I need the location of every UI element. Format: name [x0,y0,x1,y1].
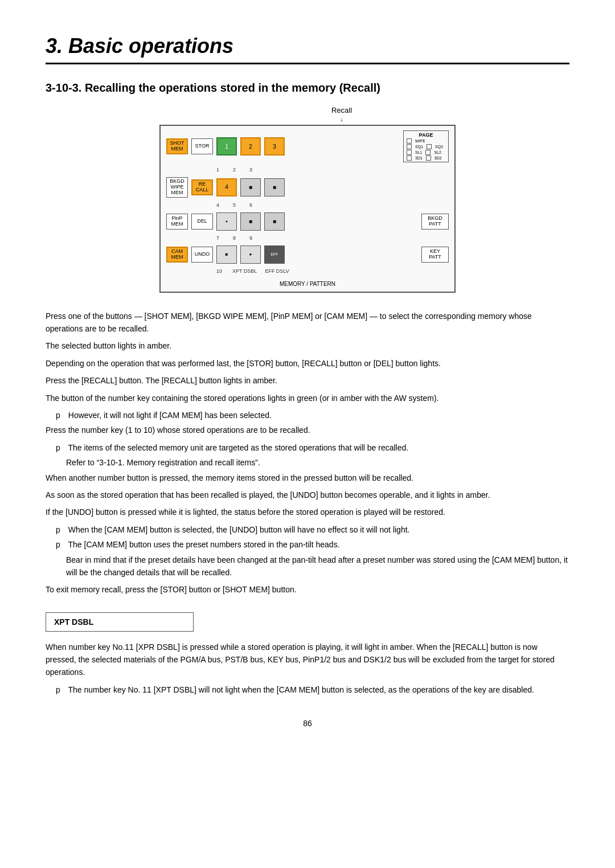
btn-7[interactable]: ▪ [216,212,237,231]
panel-diagram: SHOTMEM STOR 1 2 3 PAGE WIPE [159,125,456,293]
xpt-dsbl-box: XPT DSBL [46,612,194,632]
btn-3[interactable]: 3 [264,137,285,155]
num-labels-row3: 7 8 9 [166,235,449,241]
panel-row-4: CAMMEM UNDO ■ ● EFF KEYPATT [166,245,449,264]
btn-10[interactable]: ■ [216,245,237,264]
num-labels-row1: 1 2 3 [166,167,449,173]
btn-shot-mem[interactable]: SHOTMEM [166,138,188,154]
btn-cam-mem[interactable]: CAMMEM [166,247,188,263]
paragraph-6-indent: p However, it will not light if [CAM MEM… [46,409,569,421]
btn-eff-dslv[interactable]: EFF [264,245,285,264]
page-block: PAGE WIPE SQ1 SQ2 SL1 SL2 3D1 3D2 [403,130,449,162]
diagram-area: Recall ↓ SHOTMEM STOR 1 2 3 [46,106,569,293]
paragraph-10: As soon as the stored operation that has… [46,489,569,501]
paragraph-13-indent: p The [CAM MEM] button uses the preset n… [46,538,569,551]
paragraph-8-indent2: Refer to “3-10-1. Memory registration an… [46,456,569,469]
num-cell-3: 3 [264,137,285,155]
btn-5[interactable]: ■ [240,178,261,196]
paragraph-11: If the [UNDO] button is pressed while it… [46,506,569,518]
btn-key-patt[interactable]: KEYPATT [421,247,449,263]
btn-pinp-mem[interactable]: PinPMEM [166,214,188,230]
paragraph-9: When another number button is pressed, t… [46,472,569,484]
xpt-paragraph-1: When number key No.11 [XPR DSBL] is pres… [46,641,569,679]
paragraph-15: To exit memory recall, press the [STOR] … [46,583,569,596]
num-cell-1: 1 [216,137,237,155]
btn-8[interactable]: ■ [240,212,261,231]
recall-label: Recall [228,106,456,114]
btn-bkgd-wipe-mem[interactable]: BKGDWIPEMEM [166,177,188,198]
paragraph-4: Press the [RECALL] button. The [RECALL] … [46,374,569,387]
btn-undo[interactable]: UNDO [191,247,213,263]
page-number: 86 [46,719,569,728]
num-labels-row2: 4 5 6 [166,202,449,208]
paragraph-5: The button of the number key containing … [46,392,569,404]
recall-arrow-line: ↓ [228,116,456,122]
paragraph-3: Depending on the operation that was perf… [46,357,569,370]
paragraph-2: The selected button lights in amber. [46,339,569,352]
memory-pattern-label: MEMORY / PATTERN [166,281,449,287]
btn-6[interactable]: ■ [264,178,285,196]
paragraph-14: Bear in mind that if the preset details … [46,554,569,579]
panel-row-1: SHOTMEM STOR 1 2 3 PAGE WIPE [166,130,449,162]
btn-9[interactable]: ■ [264,212,285,231]
paragraph-1: Press one of the buttons — [SHOT MEM], [… [46,310,569,335]
btn-xpt-dsbl[interactable]: ● [240,245,261,264]
btn-stor[interactable]: STOR [191,138,213,154]
num-cell-2: 2 [240,137,261,155]
btn-2[interactable]: 2 [240,137,261,155]
panel-row-3: PinPMEM DEL ▪ ■ ■ BKGDPATT [166,212,449,231]
panel-row-2: BKGDWIPEMEM RECALL 4 ■ ■ [166,177,449,198]
xpt-paragraph-2-indent: p The number key No. 11 [XPT DSBL] will … [46,683,569,696]
btn-bkgd-patt[interactable]: BKGDPATT [421,214,449,230]
paragraph-7: Press the number key (1 to 10) whose sto… [46,424,569,436]
paragraph-12-indent: p When the [CAM MEM] button is selected,… [46,523,569,536]
btn-4[interactable]: 4 [216,178,237,196]
num-labels-row4: 10 XPT DSBL EFF DSLV [166,268,449,274]
btn-recall[interactable]: RECALL [191,179,213,195]
section-title: 3-10-3. Recalling the operations stored … [46,81,569,95]
paragraph-8-indent: p The items of the selected memory unit … [46,441,569,454]
btn-1[interactable]: 1 [216,137,237,155]
btn-del[interactable]: DEL [191,214,213,230]
xpt-dsbl-label: XPT DSBL [54,617,93,627]
chapter-title: 3. Basic operations [46,34,569,64]
